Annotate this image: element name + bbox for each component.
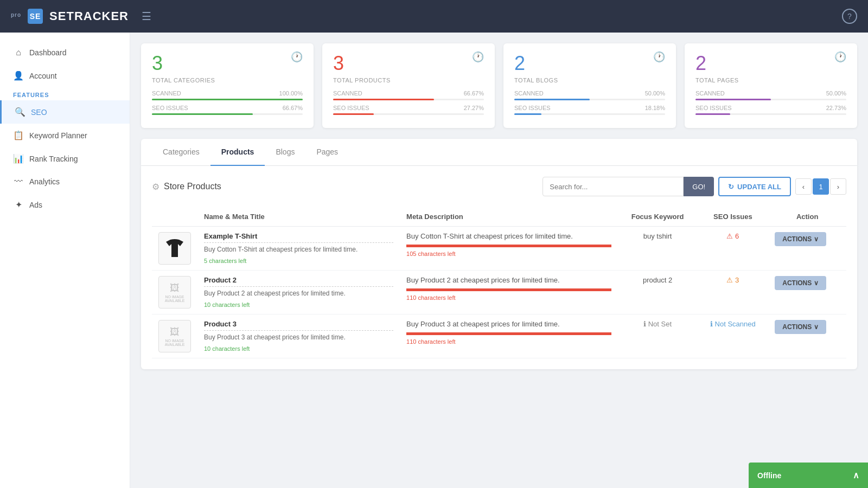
title-chars-1: 10 characters left	[204, 301, 393, 308]
issues-bar-1	[333, 113, 484, 115]
scanned-bar-0	[152, 99, 303, 100]
go-button[interactable]: GO!	[684, 177, 714, 196]
scanned-bar-2	[514, 99, 665, 100]
tab-products[interactable]: Products	[210, 139, 265, 166]
features-label: FEATURES	[0, 87, 130, 100]
actions-button-0[interactable]: ACTIONS ∨	[775, 232, 826, 246]
tab-blogs[interactable]: Blogs	[265, 139, 305, 166]
product-img-cell-0	[152, 227, 197, 271]
actions-button-2[interactable]: ACTIONS ∨	[775, 320, 826, 334]
issues-fill-3	[695, 113, 730, 115]
sidebar-item-ads-label: Ads	[29, 201, 42, 209]
meta-desc-underline-1	[406, 288, 611, 291]
stat-number-1: 3	[333, 52, 391, 75]
table-row-2: 🖼 NO IMAGEAVAILABLE Product 3 Buy Produc…	[152, 314, 846, 358]
scanned-val-2: 50.00%	[645, 90, 665, 97]
sidebar-item-account[interactable]: 👤 Account	[0, 64, 130, 87]
sidebar-item-dashboard[interactable]: ⌂ Dashboard	[0, 41, 130, 64]
product-name-cell-1: Product 2 Buy Product 2 at cheapest pric…	[197, 271, 400, 314]
table-row-1: 🖼 NO IMAGEAVAILABLE Product 2 Buy Produc…	[152, 271, 846, 314]
sidebar-item-ads[interactable]: ✦ Ads	[0, 193, 130, 216]
stat-clock-icon-2: 🕐	[653, 51, 665, 63]
hamburger-menu[interactable]: ☰	[142, 10, 151, 23]
product-meta-title-0: Buy Cotton T-Shirt at cheapest prices fo…	[204, 245, 393, 254]
panel-title: ⚙ Store Products	[152, 182, 221, 192]
update-all-button[interactable]: ↻ UPDATE ALL	[718, 177, 791, 196]
title-chars-0: 5 characters left	[204, 258, 393, 264]
ads-icon: ✦	[13, 200, 24, 210]
main-layout: ⌂ Dashboard 👤 Account FEATURES 🔍 SEO 📋 K…	[0, 33, 868, 488]
sidebar-item-seo[interactable]: 🔍 SEO	[0, 100, 130, 124]
sidebar: ⌂ Dashboard 👤 Account FEATURES 🔍 SEO 📋 K…	[0, 33, 130, 488]
tabs-container: CategoriesProductsBlogsPages	[141, 139, 857, 166]
scanned-label-3: SCANNED	[695, 90, 725, 97]
col-image	[152, 207, 197, 227]
keyword-planner-icon: 📋	[13, 130, 24, 140]
issues-val-1: 27.27%	[464, 105, 484, 111]
stat-number-0: 3	[152, 52, 215, 75]
action-cell-1: ACTIONS ∨	[768, 271, 846, 314]
seo-icon: 🔍	[15, 107, 25, 117]
search-input[interactable]	[542, 177, 684, 196]
issues-val-3: 22.73%	[826, 105, 846, 111]
scanned-label-1: SCANNED	[333, 90, 362, 97]
issues-bar-3	[695, 113, 846, 115]
no-image-icon-1: 🖼	[170, 282, 180, 294]
seo-issues-cell-0: ⚠ 6	[697, 227, 768, 271]
current-page-button[interactable]: 1	[813, 178, 829, 195]
search-box: GO!	[542, 177, 714, 196]
offline-chevron[interactable]: ∧	[853, 470, 859, 480]
actions-button-1[interactable]: ACTIONS ∨	[775, 276, 826, 290]
stat-card-1: 3 TOTAL PRODUCTS 🕐 SCANNED 66.67% SEO IS…	[322, 43, 495, 128]
focus-kw-cell-1: product 2	[618, 271, 698, 314]
sidebar-item-account-label: Account	[29, 72, 57, 80]
no-image-icon-2: 🖼	[170, 326, 180, 338]
stats-row: 3 TOTAL CATEGORIES 🕐 SCANNED 100.00% SEO…	[141, 43, 857, 128]
sidebar-item-analytics[interactable]: 〰 Analytics	[0, 170, 130, 193]
product-img-cell-1: 🖼 NO IMAGEAVAILABLE	[152, 271, 197, 314]
update-all-label: UPDATE ALL	[737, 183, 781, 191]
sidebar-item-rank-tracking[interactable]: 📊 Rank Tracking	[0, 147, 130, 170]
offline-banner: Offline ∧	[749, 463, 868, 488]
issues-label-2: SEO ISSUES	[514, 105, 551, 111]
stat-label-3: TOTAL PAGES	[695, 77, 739, 84]
stat-clock-icon-3: 🕐	[834, 51, 846, 63]
product-name-0: Example T-Shirt	[204, 232, 393, 243]
sidebar-item-keyword-planner[interactable]: 📋 Keyword Planner	[0, 124, 130, 147]
col-focus-kw: Focus Keyword	[618, 207, 698, 227]
meta-desc-underline-0	[406, 245, 611, 247]
col-name: Name & Meta Title	[197, 207, 400, 227]
scanned-val-3: 50.00%	[826, 90, 846, 97]
meta-desc-cell-1: Buy Product 2 at cheapest prices for lim…	[400, 271, 618, 314]
logo: pro SE SETRACKER	[11, 9, 129, 24]
seo-issues-cell-2: ℹ Not Scanned	[697, 314, 768, 358]
panel-title-text: Store Products	[164, 182, 221, 191]
stat-label-1: TOTAL PRODUCTS	[333, 77, 391, 84]
stat-card-3: 2 TOTAL PAGES 🕐 SCANNED 50.00% SEO ISSUE…	[685, 43, 857, 128]
tab-pages[interactable]: Pages	[305, 139, 349, 166]
scanned-bar-3	[695, 99, 846, 100]
product-meta-title-2: Buy Product 3 at cheapest prices for lim…	[204, 333, 393, 342]
sidebar-item-keyword-planner-label: Keyword Planner	[29, 131, 87, 140]
prev-page-button[interactable]: ‹	[795, 178, 812, 195]
scanned-label-2: SCANNED	[514, 90, 544, 97]
tab-categories[interactable]: Categories	[152, 139, 210, 166]
offline-label: Offline	[757, 471, 781, 480]
sidebar-item-dashboard-label: Dashboard	[29, 48, 67, 57]
seo-issues-cell-1: ⚠ 3	[697, 271, 768, 314]
meta-desc-2: Buy Product 3 at cheapest prices for lim…	[406, 320, 611, 328]
products-panel: ⚙ Store Products GO! ↻ UPDATE ALL ‹ 1	[141, 166, 857, 369]
desc-chars-0: 105 characters left	[406, 251, 611, 257]
meta-desc-cell-2: Buy Product 3 at cheapest prices for lim…	[400, 314, 618, 358]
col-meta-desc: Meta Description	[400, 207, 618, 227]
desc-chars-2: 110 characters left	[406, 338, 611, 345]
issues-val-2: 18.18%	[645, 105, 665, 111]
sidebar-item-seo-label: SEO	[31, 108, 47, 117]
next-page-button[interactable]: ›	[830, 178, 846, 195]
refresh-icon: ↻	[728, 183, 734, 191]
help-button[interactable]: ?	[842, 9, 857, 24]
focus-kw-2: ℹ Not Set	[643, 320, 672, 328]
toolbar-right: GO! ↻ UPDATE ALL ‹ 1 ›	[542, 177, 846, 196]
action-cell-2: ACTIONS ∨	[768, 314, 846, 358]
product-name-cell-2: Product 3 Buy Product 3 at cheapest pric…	[197, 314, 400, 358]
